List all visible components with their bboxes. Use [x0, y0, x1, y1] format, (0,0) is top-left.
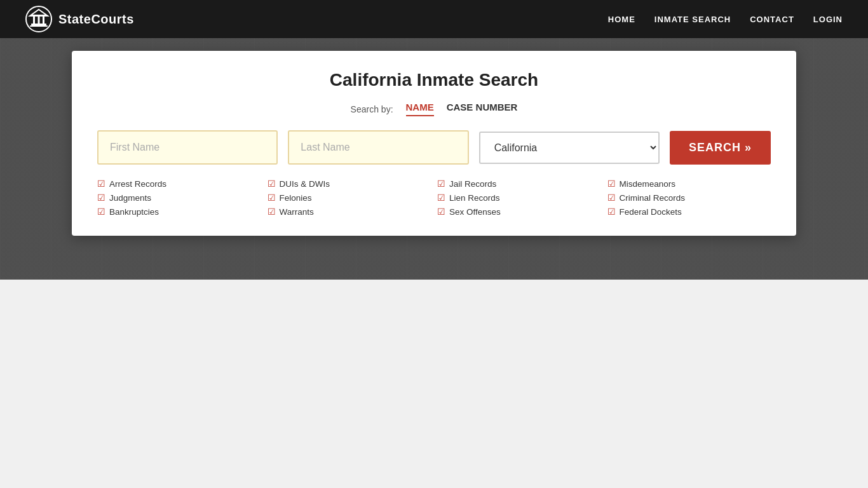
feature-label: Arrest Records — [109, 179, 166, 189]
main-nav: HOME INMATE SEARCH CONTACT LOGIN — [608, 15, 843, 24]
feature-item: ☑DUIs & DWIs — [268, 179, 431, 189]
svg-rect-2 — [30, 25, 48, 27]
check-icon: ☑ — [437, 207, 445, 217]
feature-item: ☑Lien Records — [437, 193, 601, 203]
feature-label: Misdemeanors — [620, 179, 676, 189]
check-icon: ☑ — [607, 179, 616, 189]
nav-contact[interactable]: CONTACT — [750, 15, 794, 24]
nav-inmate-search[interactable]: INMATE SEARCH — [654, 15, 731, 24]
check-icon: ☑ — [268, 179, 276, 189]
feature-label: Criminal Records — [620, 193, 686, 203]
feature-label: Jail Records — [449, 179, 496, 189]
tab-name[interactable]: NAME — [406, 102, 434, 116]
first-name-input[interactable] — [97, 130, 278, 165]
tab-case-number[interactable]: CASE NUMBER — [447, 102, 518, 116]
last-name-input[interactable] — [288, 130, 468, 165]
feature-item: ☑Federal Dockets — [607, 207, 771, 217]
feature-item: ☑Sex Offenses — [437, 207, 601, 217]
check-icon: ☑ — [268, 193, 276, 203]
feature-label: Felonies — [280, 193, 312, 203]
feature-label: Federal Dockets — [620, 207, 682, 217]
logo-link[interactable]: StateCourts — [25, 6, 134, 32]
hero-section: COURTHOUSE California Inmate Search Sear… — [0, 38, 868, 280]
state-select[interactable]: California Alabama Alaska Arizona Arkans… — [479, 132, 660, 164]
svg-rect-3 — [33, 16, 35, 24]
search-button[interactable]: SEARCH » — [670, 131, 771, 165]
search-by-row: Search by: NAME CASE NUMBER — [97, 102, 771, 116]
feature-item: ☑Judgments — [97, 193, 261, 203]
feature-item: ☑Bankruptcies — [97, 207, 261, 217]
feature-label: DUIs & DWIs — [280, 179, 330, 189]
feature-label: Sex Offenses — [449, 207, 501, 217]
search-by-label: Search by: — [351, 104, 393, 114]
check-icon: ☑ — [437, 193, 445, 203]
feature-label: Warrants — [280, 207, 314, 217]
features-grid: ☑Arrest Records☑DUIs & DWIs☑Jail Records… — [97, 179, 771, 217]
site-header: StateCourts HOME INMATE SEARCH CONTACT L… — [0, 0, 868, 38]
check-icon: ☑ — [97, 207, 105, 217]
feature-item: ☑Criminal Records — [607, 193, 771, 203]
svg-rect-4 — [38, 16, 40, 24]
feature-item: ☑Misdemeanors — [607, 179, 771, 189]
nav-login[interactable]: LOGIN — [813, 15, 843, 24]
check-icon: ☑ — [268, 207, 276, 217]
search-card: California Inmate Search Search by: NAME… — [72, 51, 796, 236]
logo-icon — [25, 6, 52, 32]
check-icon: ☑ — [437, 179, 445, 189]
nav-home[interactable]: HOME — [608, 15, 635, 24]
svg-rect-7 — [31, 15, 46, 17]
logo-text: StateCourts — [58, 12, 134, 27]
check-icon: ☑ — [607, 193, 616, 203]
check-icon: ☑ — [97, 193, 105, 203]
feature-label: Lien Records — [449, 193, 500, 203]
svg-rect-5 — [43, 16, 44, 24]
feature-item: ☑Jail Records — [437, 179, 601, 189]
feature-item: ☑Arrest Records — [97, 179, 261, 189]
search-inputs-row: California Alabama Alaska Arizona Arkans… — [97, 130, 771, 165]
feature-item: ☑Warrants — [268, 207, 431, 217]
check-icon: ☑ — [607, 207, 616, 217]
feature-label: Judgments — [109, 193, 151, 203]
search-card-title: California Inmate Search — [97, 70, 771, 90]
feature-label: Bankruptcies — [109, 207, 159, 217]
check-icon: ☑ — [97, 179, 105, 189]
feature-item: ☑Felonies — [268, 193, 431, 203]
